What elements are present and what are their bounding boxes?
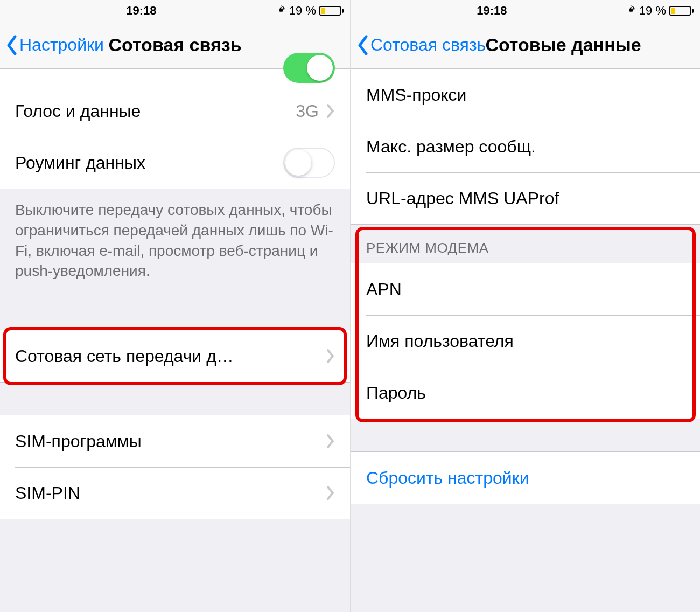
row-label: Пароль: [366, 383, 685, 403]
cellular-group-top: Голос и данные 3G Роуминг данных: [0, 69, 350, 189]
row-label: Сбросить настройки: [366, 468, 685, 488]
svg-rect-0: [279, 9, 283, 12]
row-label: Имя пользователя: [366, 331, 685, 351]
cellular-data-toggle[interactable]: [283, 53, 335, 83]
chevron-right-icon: [326, 434, 335, 449]
cellular-footer-text: Выключите передачу сотовых данных, чтобы…: [0, 189, 350, 297]
row-label: APN: [366, 280, 685, 300]
orientation-lock-icon: [626, 4, 636, 18]
row-mms-uaprof-url[interactable]: URL-адрес MMS UAProf: [351, 172, 700, 224]
status-bar: 19:18 19 %: [0, 0, 350, 22]
row-label: SIM-PIN: [15, 483, 326, 503]
row-mms-proxy[interactable]: MMS-прокси: [351, 69, 700, 121]
chevron-left-icon: [5, 35, 18, 55]
row-apn[interactable]: APN: [351, 263, 700, 315]
row-label: Голос и данные: [15, 101, 296, 121]
chevron-right-icon: [326, 485, 335, 500]
battery-percentage: 19 %: [289, 4, 316, 18]
row-label: Макс. размер сообщ.: [366, 137, 685, 157]
status-time: 19:18: [477, 4, 507, 18]
nav-bar: Сотовая связь Сотовые данные: [351, 22, 700, 69]
back-button[interactable]: Настройки: [5, 35, 104, 55]
sim-group: SIM-программы SIM-PIN: [0, 415, 350, 519]
battery-percentage: 19 %: [639, 4, 666, 18]
row-cellular-data-network[interactable]: Сотовая сеть передачи д…: [0, 330, 350, 382]
row-label: MMS-прокси: [366, 85, 685, 105]
status-time: 19:18: [126, 4, 156, 18]
row-data-roaming[interactable]: Роуминг данных: [0, 137, 350, 189]
section-header-hotspot: РЕЖИМ МОДЕМА: [351, 225, 700, 263]
row-voice-and-data[interactable]: Голос и данные 3G: [0, 85, 350, 137]
row-password[interactable]: Пароль: [351, 367, 700, 419]
row-username[interactable]: Имя пользователя: [351, 315, 700, 367]
battery-icon: [319, 6, 344, 16]
row-sim-pin[interactable]: SIM-PIN: [0, 467, 350, 519]
row-sim-applications[interactable]: SIM-программы: [0, 415, 350, 467]
back-label: Сотовая связь: [370, 35, 486, 55]
screen-cellular-data: 19:18 19 % Сотовая связь Сотовые данн: [350, 0, 700, 612]
hotspot-group: APN Имя пользователя Пароль: [351, 263, 700, 419]
row-label: Сотовая сеть передачи д…: [15, 346, 326, 366]
orientation-lock-icon: [276, 4, 286, 18]
row-label: SIM-программы: [15, 432, 326, 451]
status-bar: 19:18 19 %: [351, 0, 700, 22]
reset-group: Сбросить настройки: [351, 451, 700, 504]
row-label: Роуминг данных: [15, 153, 283, 173]
chevron-right-icon: [326, 103, 335, 119]
mms-group: MMS-прокси Макс. размер сообщ. URL-адрес…: [351, 69, 700, 225]
row-reset-settings[interactable]: Сбросить настройки: [351, 452, 700, 504]
screen-cellular: 19:18 19 % Настройки Сотовая связь: [0, 0, 350, 612]
chevron-right-icon: [326, 349, 335, 364]
row-label: URL-адрес MMS UAProf: [366, 189, 685, 208]
row-value: 3G: [296, 101, 319, 121]
cellular-network-group: Сотовая сеть передачи д…: [0, 330, 350, 382]
battery-icon: [669, 6, 694, 16]
roaming-toggle-off[interactable]: [283, 148, 335, 178]
back-button[interactable]: Сотовая связь: [356, 35, 486, 55]
svg-rect-1: [629, 9, 633, 12]
chevron-left-icon: [356, 35, 369, 55]
row-max-message-size[interactable]: Макс. размер сообщ.: [351, 121, 700, 172]
back-label: Настройки: [19, 35, 104, 55]
